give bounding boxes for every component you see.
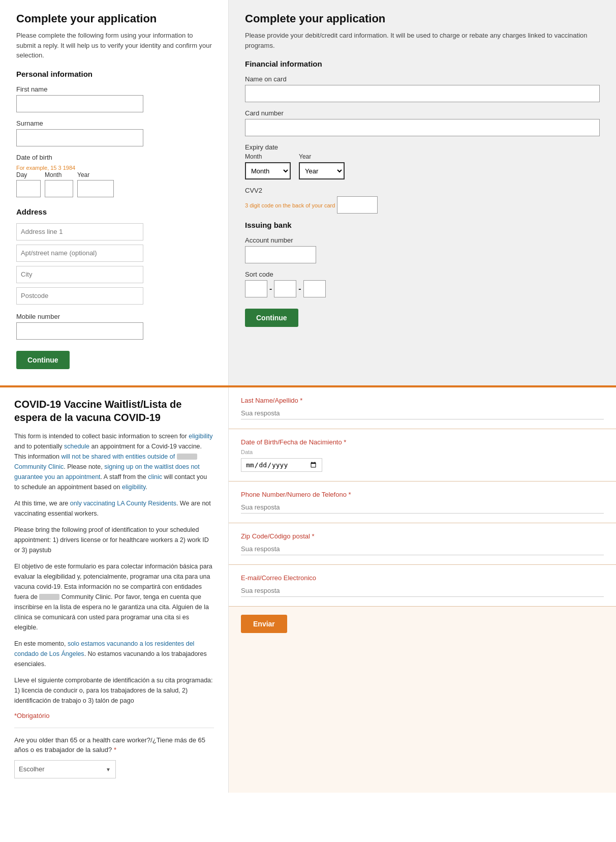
left-title: Complete your application [16, 12, 212, 25]
dob-date-input[interactable] [241, 458, 322, 472]
dob-day-input[interactable] [16, 180, 41, 197]
card-number-input[interactable] [245, 119, 600, 136]
zip-required: * [312, 532, 314, 540]
last-name-input[interactable] [241, 407, 604, 419]
last-name-card: Last Name/Apellido * [229, 387, 616, 429]
city-input[interactable] [16, 266, 143, 283]
left-subtitle: Please complete the following form using… [16, 31, 212, 61]
address-line1-input[interactable] [16, 223, 143, 240]
dob-year-label: Year [77, 171, 114, 178]
covid-para6-es: Lleve el siguiente comprobante de identi… [14, 675, 214, 706]
question-text: Are you older than 65 or a health care w… [14, 735, 214, 755]
dob-bilingual-label: Date of Birth/Fecha de Nacimiento * [241, 438, 604, 446]
phone-card: Phone Number/Numero de Telefono * [229, 482, 616, 523]
card-number-label: Card number [245, 109, 600, 117]
obrigatorio-text: *Obrigatório [14, 712, 214, 719]
mobile-input[interactable] [16, 322, 143, 340]
address-section-title: Address [16, 207, 212, 216]
dob-hint: For example, 15 3 1984 [16, 165, 75, 171]
dob-sublabel: Data [241, 449, 604, 455]
email-card: E-mail/Correo Electronico [229, 565, 616, 607]
postcode-input[interactable] [16, 287, 143, 305]
month-label: Month [245, 153, 291, 160]
phone-input[interactable] [241, 501, 604, 514]
covid-para1: This form is intended to collect basic i… [14, 431, 214, 492]
right-subtitle: Please provide your debit/credit card in… [245, 31, 600, 50]
right-continue-button[interactable]: Continue [245, 309, 298, 327]
covid-para4-es: El objetivo de este formulario es para c… [14, 561, 214, 633]
phone-required: * [349, 491, 351, 498]
escolher-select[interactable]: Escolher Sim/Yes Não/No [14, 760, 116, 778]
mobile-label: Mobile number [16, 313, 212, 320]
zip-label: Zip Code/Código postal * [241, 532, 604, 540]
phone-label: Phone Number/Numero de Telefono * [241, 491, 604, 498]
surname-label: Surname [16, 119, 212, 127]
dob-year-input[interactable] [77, 180, 114, 197]
month-select[interactable]: Month 010203 040506 070809 101112 [245, 162, 291, 179]
email-label: E-mail/Correo Electronico [241, 574, 604, 582]
account-number-label: Account number [245, 236, 600, 244]
first-name-input[interactable] [16, 95, 143, 112]
surname-input[interactable] [16, 129, 143, 146]
required-star: * [114, 746, 116, 754]
right-title: Complete your application [245, 12, 600, 25]
covid-para3: Please bring the following proof of iden… [14, 525, 214, 555]
dob-month-input[interactable] [45, 180, 73, 197]
issuing-bank-section-title: Issuing bank [245, 221, 600, 229]
year-label: Year [299, 153, 345, 160]
cvv2-input[interactable] [337, 196, 378, 214]
financial-section-title: Financial information [245, 59, 600, 68]
covid-para2: At this time, we are only vaccinating LA… [14, 498, 214, 519]
enviar-button[interactable]: Enviar [241, 615, 287, 633]
dob-day-label: Day [16, 171, 41, 178]
sort-code-label: Sort code [245, 270, 600, 278]
sort-code-input-2[interactable] [274, 280, 296, 297]
name-on-card-label: Name on card [245, 75, 600, 83]
cvv2-hint: 3 digit code on the back of your card [245, 202, 335, 208]
covid-para5-es: En este momento, solo estamos vacunando … [14, 639, 214, 669]
sort-code-input-3[interactable] [303, 280, 326, 297]
last-name-required: * [300, 397, 302, 404]
sort-dash-2: - [298, 284, 301, 293]
first-name-label: First name [16, 85, 212, 93]
personal-section-title: Personal information [16, 70, 212, 78]
zip-input[interactable] [241, 543, 604, 555]
dob-month-label: Month [45, 171, 73, 178]
cvv2-label: CVV2 [245, 187, 600, 194]
email-input[interactable] [241, 585, 604, 597]
left-continue-button[interactable]: Continue [16, 351, 70, 369]
name-on-card-input[interactable] [245, 85, 600, 102]
address-line2-input[interactable] [16, 245, 143, 262]
dob-label: Date of birth [16, 154, 212, 161]
expiry-date-label: Expiry date [245, 143, 600, 151]
dob-card: Date of Birth/Fecha de Nacimiento * Data [229, 429, 616, 482]
zip-card: Zip Code/Código postal * [229, 523, 616, 565]
dob-required: * [344, 438, 346, 446]
sort-dash-1: - [269, 284, 272, 293]
covid-title: COVID-19 Vaccine Waitlist/Lista de esper… [14, 398, 214, 424]
sort-code-input-1[interactable] [245, 280, 267, 297]
account-number-input[interactable] [245, 246, 316, 263]
last-name-label: Last Name/Apellido * [241, 397, 604, 404]
year-select[interactable]: Year 202420252026 202720282029 [299, 162, 345, 179]
